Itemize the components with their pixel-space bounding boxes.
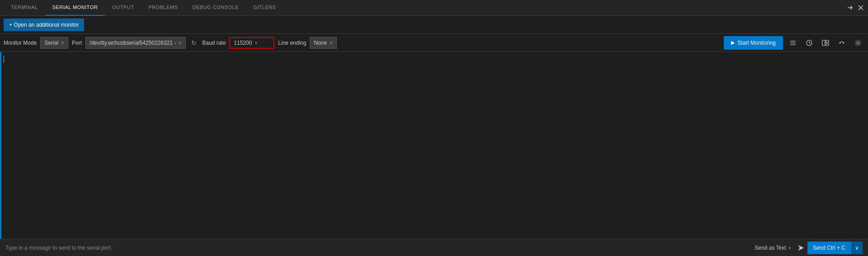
tab-bar-actions xyxy=(846,4,864,11)
line-ending-label: Line ending xyxy=(278,40,306,46)
tab-gitlens[interactable]: GITLENS xyxy=(246,0,283,16)
start-monitoring-button[interactable]: ▶ Start Monitoring xyxy=(724,36,783,50)
lines-icon[interactable] xyxy=(787,37,799,49)
layout-icon[interactable] xyxy=(819,37,832,49)
svg-line-8 xyxy=(809,43,811,44)
toolbar-controls: Monitor Mode Serial ∨ Port /dev/tty.wchu… xyxy=(0,34,868,52)
clock-icon[interactable] xyxy=(803,37,816,49)
input-hint: Type in a message to send to the serial … xyxy=(5,245,755,251)
send-as-text-chevron-icon: ∨ xyxy=(788,245,791,250)
close-panel-icon[interactable] xyxy=(857,4,864,11)
tab-terminal[interactable]: TERMINAL xyxy=(4,0,45,16)
baud-rate-chevron-icon: ∨ xyxy=(255,40,258,45)
svg-marker-15 xyxy=(798,245,804,251)
send-ctrl-button[interactable]: Send Ctrl + C xyxy=(807,242,851,254)
tab-bar: TERMINAL SERIAL MONITOR OUTPUT PROBLEMS … xyxy=(0,0,868,16)
status-bar: Type in a message to send to the serial … xyxy=(0,239,868,256)
tab-output[interactable]: OUTPUT xyxy=(105,0,141,16)
toolbar-top: + Open an additional monitor xyxy=(0,16,868,34)
port-select[interactable]: /dev/tty.wchusbserial54250226321 - ∨ xyxy=(85,37,186,49)
send-ctrl-group: Send Ctrl + C ∨ xyxy=(807,242,863,254)
line-ending-chevron-icon: ∨ xyxy=(330,40,333,45)
tab-debug-console[interactable]: DEBUG CONSOLE xyxy=(185,0,246,16)
send-ctrl-dropdown-chevron-icon: ∨ xyxy=(855,245,859,251)
line-ending-select[interactable]: None ∨ xyxy=(310,37,337,49)
svg-rect-11 xyxy=(826,43,829,46)
baud-rate-label: Baud rate xyxy=(202,40,226,46)
baud-rate-select[interactable]: 115200 ∨ xyxy=(229,37,274,49)
connect-icon[interactable] xyxy=(835,37,848,49)
svg-rect-9 xyxy=(822,40,825,46)
svg-point-13 xyxy=(843,42,844,43)
open-additional-monitor-button[interactable]: + Open an additional monitor xyxy=(4,19,84,31)
tab-list: TERMINAL SERIAL MONITOR OUTPUT PROBLEMS … xyxy=(4,0,283,16)
tab-serial-monitor[interactable]: SERIAL MONITOR xyxy=(45,0,105,16)
monitor-mode-select[interactable]: Serial ∨ xyxy=(40,37,68,49)
send-ctrl-dropdown-button[interactable]: ∨ xyxy=(851,242,863,254)
settings-icon[interactable] xyxy=(852,37,864,49)
svg-point-14 xyxy=(857,42,859,44)
focus-border xyxy=(0,52,1,239)
svg-point-12 xyxy=(840,42,841,43)
svg-rect-10 xyxy=(826,40,829,42)
monitor-mode-chevron-icon: ∨ xyxy=(61,40,64,45)
send-icon-button[interactable] xyxy=(795,242,807,254)
port-refresh-icon[interactable]: ↻ xyxy=(189,39,198,47)
port-chevron-icon: ∨ xyxy=(179,40,182,45)
main-content xyxy=(0,52,868,239)
send-as-text-select[interactable]: Send as Text ∨ xyxy=(755,245,791,251)
tab-problems[interactable]: PROBLEMS xyxy=(141,0,185,16)
port-label: Port xyxy=(72,40,82,46)
play-icon: ▶ xyxy=(731,40,735,46)
minimize-icon[interactable] xyxy=(846,4,854,11)
text-cursor xyxy=(4,56,4,63)
monitor-mode-label: Monitor Mode xyxy=(4,40,37,46)
